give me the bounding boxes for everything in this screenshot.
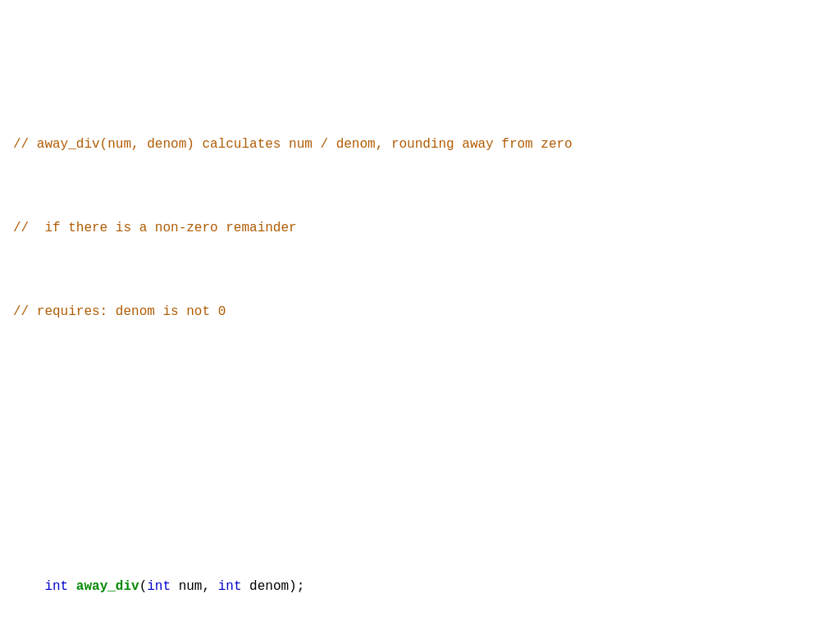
paren-1: ( [139, 579, 148, 594]
function-away-div: away_div [76, 579, 139, 594]
param-num: num, [171, 579, 218, 594]
keyword-int-3: int [218, 579, 242, 594]
param-denom: denom); [241, 579, 304, 594]
comment-line-1: // away_div(num, denom) calculates num /… [13, 135, 827, 156]
space-1 [68, 579, 76, 594]
away-div-section: // away_div(num, denom) calculates num /… [13, 92, 827, 386]
code-editor: // away_div(num, denom) calculates num /… [13, 8, 827, 621]
spacer-1 [13, 455, 827, 472]
comment-line-2: // if there is a non-zero remainder [13, 218, 827, 240]
comment-line-3: // requires: denom is not 0 [13, 302, 827, 323]
keyword-int-1: int [44, 579, 68, 594]
away-div-signature-section: int away_div(int num, int denom); [13, 556, 827, 621]
keyword-int-2: int [147, 579, 171, 594]
